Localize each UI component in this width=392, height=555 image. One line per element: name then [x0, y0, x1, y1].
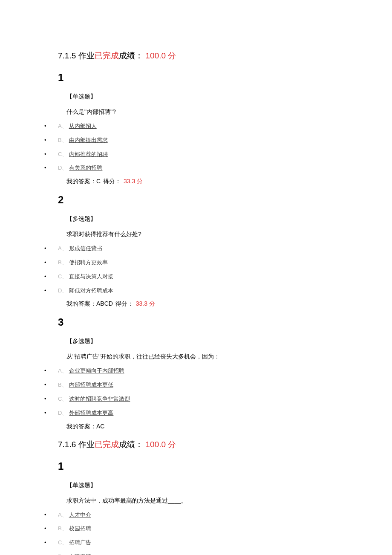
option-text: 有关系的招聘: [69, 165, 102, 171]
option-text: 企业更倾向于内部招聘: [69, 367, 124, 374]
option-item: C、这时的招聘竞争非常激烈: [42, 395, 366, 404]
options-list: A、形成信任背书B、使招聘方更效率C、直接与决策人对接D、降低对方招聘成本: [42, 244, 366, 295]
document-content: 7.1.5 作业已完成成绩：100.0 分1【单选题】什么是"内部招聘"?A、从…: [0, 50, 392, 555]
question-type: 【单选题】: [58, 93, 366, 101]
option-letter: A、: [58, 367, 67, 374]
answer-label: 我的答案：: [66, 300, 96, 307]
option-text: 直接与决策人对接: [69, 273, 113, 280]
answer-label: 我的答案：: [66, 423, 96, 430]
option-item: B、内部招聘成本更低: [42, 381, 366, 390]
answer-value: C: [96, 178, 101, 185]
points-value: 33.3 分: [124, 178, 143, 185]
score-label: 成绩：: [119, 440, 143, 449]
option-text: 使招聘方更效率: [69, 259, 108, 266]
points-label: 得分：: [103, 178, 121, 185]
score-value: 100.0 分: [146, 51, 176, 60]
option-item: C、招聘广告: [42, 538, 366, 547]
homework-number: 7.1.6 作业: [58, 440, 95, 449]
completed-status: 已完成: [95, 51, 119, 60]
option-letter: A、: [58, 123, 67, 129]
option-letter: B、: [58, 259, 67, 266]
option-letter: B、: [58, 525, 67, 532]
option-letter: D、: [58, 410, 67, 416]
question-number: 1: [58, 72, 366, 84]
my-answer: 我的答案：AC: [58, 423, 366, 431]
question-text: 什么是"内部招聘"?: [58, 108, 366, 116]
option-text: 人才中介: [69, 512, 91, 518]
option-text: 校园招聘: [69, 525, 91, 532]
option-item: C、直接与决策人对接: [42, 272, 366, 281]
option-text: 人际资源: [69, 553, 91, 555]
option-letter: C、: [58, 539, 67, 546]
option-text: 外部招聘成本更高: [69, 410, 113, 416]
option-item: A、形成信任背书: [42, 244, 366, 253]
option-letter: D、: [58, 553, 67, 555]
points-label: 得分：: [115, 300, 133, 307]
options-list: A、人才中介B、校园招聘C、招聘广告D、人际资源: [42, 511, 366, 555]
question-number: 1: [58, 460, 366, 472]
option-text: 内部推荐的招聘: [69, 151, 108, 157]
option-text: 从内部招人: [69, 123, 97, 129]
question-number: 3: [58, 316, 366, 328]
option-text: 内部招聘成本更低: [69, 382, 113, 388]
option-item: A、人才中介: [42, 511, 366, 520]
score-value: 100.0 分: [146, 440, 176, 449]
answer-value: AC: [96, 423, 104, 430]
question-text: 从"招聘广告"开始的求职，往往已经丧失大多机会，因为：: [58, 353, 366, 361]
completed-status: 已完成: [95, 440, 119, 449]
option-item: D、有关系的招聘: [42, 164, 366, 173]
option-text: 降低对方招聘成本: [69, 287, 113, 294]
option-letter: B、: [58, 137, 67, 143]
question-type: 【单选题】: [58, 482, 366, 489]
option-item: C、内部推荐的招聘: [42, 150, 366, 159]
question-type: 【多选题】: [58, 338, 366, 345]
question-type: 【多选题】: [58, 215, 366, 223]
option-letter: C、: [58, 151, 67, 157]
option-item: B、校园招聘: [42, 524, 366, 533]
question-text: 求职时获得推荐有什么好处?: [58, 231, 366, 238]
my-answer: 我的答案：C 得分：33.3 分: [58, 178, 366, 185]
homework-number: 7.1.5 作业: [58, 51, 95, 60]
option-letter: D、: [58, 165, 67, 171]
option-text: 招聘广告: [69, 539, 91, 546]
points-value: 33.3 分: [136, 300, 155, 307]
option-item: A、企业更倾向于内部招聘: [42, 367, 366, 376]
section-header: 7.1.6 作业已完成成绩：100.0 分: [58, 439, 366, 450]
option-item: A、从内部招人: [42, 122, 366, 131]
option-text: 形成信任背书: [69, 245, 102, 251]
options-list: A、企业更倾向于内部招聘B、内部招聘成本更低C、这时的招聘竞争非常激烈D、外部招…: [42, 367, 366, 417]
options-list: A、从内部招人B、由内部提出需求C、内部推荐的招聘D、有关系的招聘: [42, 122, 366, 173]
option-text: 由内部提出需求: [69, 137, 108, 143]
option-item: D、人际资源: [42, 552, 366, 555]
option-letter: C、: [58, 396, 67, 402]
my-answer: 我的答案：ABCD 得分：33.3 分: [58, 300, 366, 308]
answer-value: ABCD: [96, 300, 113, 307]
answer-label: 我的答案：: [66, 178, 96, 185]
option-item: B、由内部提出需求: [42, 136, 366, 145]
question-text: 求职方法中，成功率最高的方法是通过____。: [58, 497, 366, 505]
option-letter: A、: [58, 512, 67, 518]
option-item: D、外部招聘成本更高: [42, 409, 366, 418]
option-letter: D、: [58, 287, 67, 294]
option-letter: B、: [58, 382, 67, 388]
score-label: 成绩：: [119, 51, 143, 60]
option-item: B、使招聘方更效率: [42, 258, 366, 267]
option-item: D、降低对方招聘成本: [42, 286, 366, 295]
option-letter: C、: [58, 273, 67, 280]
option-text: 这时的招聘竞争非常激烈: [69, 396, 130, 402]
section-header: 7.1.5 作业已完成成绩：100.0 分: [58, 50, 366, 61]
question-number: 2: [58, 194, 366, 206]
option-letter: A、: [58, 245, 67, 251]
